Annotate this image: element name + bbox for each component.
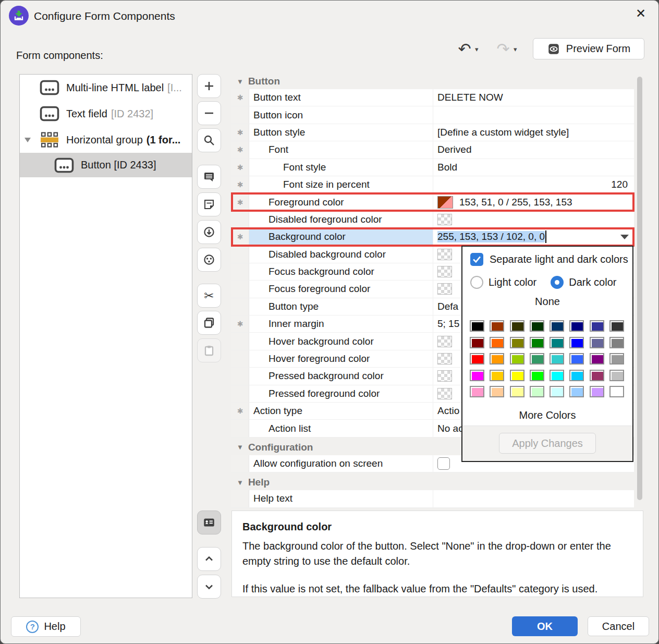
none-option[interactable]: None — [462, 296, 632, 308]
tree-item[interactable]: Text field[ID 2432] — [20, 101, 192, 127]
palette-color-swatch[interactable] — [590, 353, 604, 364]
palette-color-swatch[interactable] — [550, 353, 564, 364]
palette-color-swatch[interactable] — [569, 337, 584, 348]
palette-color-swatch[interactable] — [550, 337, 564, 348]
property-row[interactable]: ✱Font size in percent120 — [231, 176, 634, 193]
cut-button[interactable]: ✂ — [197, 284, 221, 308]
property-row[interactable]: Disabled foreground color — [231, 211, 634, 228]
undo-dropdown-caret[interactable]: ▾ — [475, 45, 479, 53]
move-up-button[interactable] — [197, 547, 221, 571]
more-colors-option[interactable]: More Colors — [462, 409, 632, 421]
label-button[interactable] — [197, 192, 221, 216]
palette-color-swatch[interactable] — [590, 337, 604, 348]
property-row[interactable]: ✱Foreground color153, 51, 0 / 255, 153, … — [231, 193, 634, 211]
cancel-button[interactable]: Cancel — [588, 616, 649, 636]
help-button[interactable]: ? Help — [11, 616, 81, 637]
property-row[interactable]: Button icon — [231, 106, 634, 124]
component-group-button[interactable] — [197, 248, 221, 272]
property-value[interactable]: [Define a custom widget style] — [433, 124, 634, 141]
property-value[interactable]: DELETE NOW — [433, 89, 634, 106]
property-value[interactable]: 255, 153, 153 / 102, 0, 0 — [433, 228, 634, 245]
property-row[interactable]: ✱Button textDELETE NOW — [231, 89, 634, 106]
property-value[interactable]: Bold — [433, 159, 634, 176]
palette-color-swatch[interactable] — [490, 353, 504, 364]
palette-color-swatch[interactable] — [609, 337, 624, 348]
palette-color-swatch[interactable] — [550, 386, 564, 397]
search-button[interactable] — [197, 128, 221, 152]
property-row[interactable]: ✱Font styleBold — [231, 159, 634, 176]
palette-color-swatch[interactable] — [510, 337, 524, 348]
checkbox-checked-icon[interactable] — [470, 253, 483, 266]
section-header[interactable]: ▼Button — [231, 74, 634, 89]
property-row[interactable]: Help text — [231, 490, 634, 507]
copy-button[interactable] — [197, 311, 221, 335]
redo-dropdown-caret[interactable]: ▾ — [514, 45, 517, 53]
palette-color-swatch[interactable] — [590, 320, 604, 332]
multiline-label-button[interactable] — [197, 165, 221, 189]
palette-color-swatch[interactable] — [510, 370, 524, 381]
section-collapse-icon[interactable]: ▼ — [237, 443, 243, 451]
tree-item[interactable]: Multi-line HTML label[I... — [20, 75, 192, 101]
section-collapse-icon[interactable]: ▼ — [237, 78, 243, 86]
palette-color-swatch[interactable] — [470, 337, 484, 348]
palette-color-swatch[interactable] — [609, 386, 624, 397]
expander-icon[interactable] — [24, 137, 40, 143]
ok-button[interactable]: OK — [512, 616, 578, 636]
palette-color-swatch[interactable] — [510, 386, 524, 397]
palette-color-swatch[interactable] — [490, 386, 504, 397]
close-icon[interactable]: ✕ — [636, 7, 646, 20]
add-button[interactable] — [197, 74, 221, 98]
palette-color-swatch[interactable] — [510, 320, 524, 332]
palette-color-swatch[interactable] — [569, 370, 584, 381]
palette-color-swatch[interactable] — [590, 370, 604, 381]
move-down-button[interactable] — [197, 575, 221, 599]
palette-color-swatch[interactable] — [530, 386, 544, 397]
undo-button[interactable]: ↶ — [455, 39, 474, 59]
dropdown-arrow-icon[interactable] — [620, 235, 629, 239]
palette-color-swatch[interactable] — [470, 353, 484, 364]
palette-color-swatch[interactable] — [530, 337, 544, 348]
separate-colors-checkbox-row[interactable]: Separate light and dark colors — [470, 253, 628, 266]
light-color-radio[interactable] — [470, 276, 483, 289]
paste-button[interactable] — [197, 338, 221, 362]
checkbox-unchecked[interactable] — [437, 457, 450, 470]
apply-changes-button[interactable]: Apply Changes — [499, 433, 596, 454]
palette-color-swatch[interactable] — [490, 320, 504, 332]
color-edit-field[interactable]: 255, 153, 153 / 102, 0, 0 — [433, 228, 634, 245]
palette-color-swatch[interactable] — [609, 370, 624, 381]
palette-color-swatch[interactable] — [590, 386, 604, 397]
property-row[interactable]: ✱Button style[Define a custom widget sty… — [231, 124, 634, 141]
palette-color-swatch[interactable] — [569, 386, 584, 397]
tree-item[interactable]: Horizontal group(1 for... — [20, 127, 192, 153]
property-value[interactable] — [433, 211, 634, 228]
palette-color-swatch[interactable] — [490, 370, 504, 381]
palette-color-swatch[interactable] — [550, 320, 564, 332]
properties-scrollbar-thumb[interactable] — [637, 77, 642, 500]
section-header[interactable]: ▼Help — [231, 475, 634, 490]
palette-color-swatch[interactable] — [530, 353, 544, 364]
insert-down-button[interactable] — [197, 220, 221, 244]
tree-item[interactable]: Button [ID 2433] — [20, 153, 192, 177]
palette-color-swatch[interactable] — [530, 320, 544, 332]
property-value[interactable]: Derived — [433, 141, 634, 158]
palette-color-swatch[interactable] — [609, 320, 624, 332]
section-collapse-icon[interactable]: ▼ — [237, 479, 243, 487]
details-card-toggle[interactable] — [197, 511, 221, 534]
preview-form-button[interactable]: Preview Form — [533, 38, 644, 59]
palette-color-swatch[interactable] — [490, 337, 504, 348]
palette-color-swatch[interactable] — [470, 370, 484, 381]
remove-button[interactable] — [197, 101, 221, 125]
property-value[interactable]: 120 — [433, 176, 634, 193]
property-row[interactable]: ✱FontDerived — [231, 141, 634, 159]
palette-color-swatch[interactable] — [550, 370, 564, 381]
palette-color-swatch[interactable] — [470, 386, 484, 397]
palette-color-swatch[interactable] — [530, 370, 544, 381]
redo-button[interactable]: ↷ — [494, 39, 512, 59]
palette-color-swatch[interactable] — [510, 353, 524, 364]
palette-color-swatch[interactable] — [569, 353, 584, 364]
dark-color-radio[interactable] — [551, 276, 564, 289]
palette-color-swatch[interactable] — [569, 320, 584, 332]
palette-color-swatch[interactable] — [609, 353, 624, 364]
property-row[interactable]: ✱Background color255, 153, 153 / 102, 0,… — [231, 228, 634, 246]
property-value[interactable]: 153, 51, 0 / 255, 153, 153 — [433, 193, 634, 210]
